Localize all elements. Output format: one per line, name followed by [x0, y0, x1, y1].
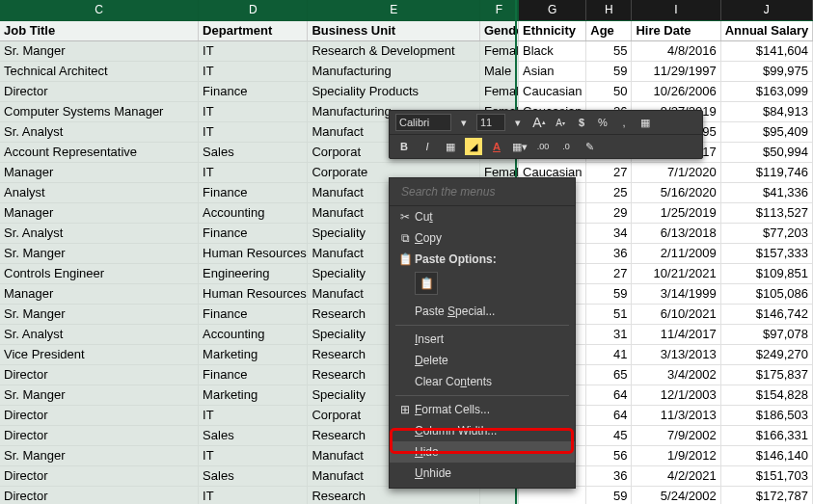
menu-search[interactable] — [390, 178, 575, 206]
cell-hireDate[interactable]: 4/2/2021 — [632, 465, 720, 486]
cell-annualSalary[interactable]: $186,503 — [720, 405, 812, 425]
cell-annualSalary[interactable]: $95,409 — [720, 121, 812, 142]
header-annualsalary[interactable]: Annual Salary — [720, 20, 812, 40]
cell-jobTitle[interactable]: Director — [0, 486, 199, 504]
paste-option-default[interactable]: 📋 — [415, 272, 438, 295]
cell-annualSalary[interactable]: $166,331 — [720, 425, 812, 445]
menu-insert[interactable]: Insert — [390, 329, 575, 350]
size-dropdown-icon[interactable]: ▾ — [509, 114, 527, 131]
menu-unhide[interactable]: Unhide — [390, 463, 575, 484]
menu-cut[interactable]: ✂ Cut — [390, 206, 575, 227]
cell-age[interactable]: 45 — [586, 425, 632, 445]
cell-age[interactable]: 59 — [586, 283, 632, 304]
cell-jobTitle[interactable]: Director — [0, 81, 199, 101]
cell-age[interactable]: 36 — [586, 465, 632, 486]
cell-jobTitle[interactable]: Manager — [0, 162, 199, 182]
menu-column-width[interactable]: Column Width... — [390, 420, 575, 441]
table-row[interactable]: Sr. MangerITResearch & DevelopmentFemale… — [0, 40, 813, 61]
cell-department[interactable]: Human Resources — [199, 283, 308, 304]
cell-annualSalary[interactable]: $109,851 — [720, 263, 812, 283]
currency-format-icon[interactable]: $ — [573, 114, 590, 131]
cell-age[interactable]: 31 — [586, 324, 632, 344]
cell-jobTitle[interactable]: Sr. Manger — [0, 445, 199, 465]
cell-age[interactable]: 27 — [586, 162, 632, 182]
cell-jobTitle[interactable]: Computer Systems Manager — [0, 101, 199, 121]
cell-jobTitle[interactable]: Director — [0, 405, 199, 425]
col-header-C[interactable]: C — [0, 0, 199, 20]
cell-hireDate[interactable]: 1/25/2019 — [632, 202, 720, 223]
cell-annualSalary[interactable]: $77,203 — [720, 223, 812, 243]
cell-hireDate[interactable]: 4/8/2016 — [632, 40, 720, 61]
header-hiredate[interactable]: Hire Date — [632, 20, 720, 40]
cell-ethnicity[interactable]: Asian — [519, 61, 586, 81]
cell-hireDate[interactable]: 10/21/2021 — [632, 263, 720, 283]
cell-annualSalary[interactable]: $41,336 — [720, 182, 812, 202]
cell-jobTitle[interactable]: Sr. Manger — [0, 243, 199, 263]
menu-paste-special[interactable]: Paste Special... — [390, 301, 575, 322]
cell-annualSalary[interactable]: $163,099 — [720, 81, 812, 101]
cell-department[interactable]: Marketing — [199, 344, 308, 364]
menu-clear-contents[interactable]: Clear Contents — [390, 371, 575, 392]
cell-department[interactable]: IT — [199, 162, 308, 182]
col-header-J[interactable]: J — [720, 0, 812, 20]
cell-age[interactable]: 27 — [586, 263, 632, 283]
borders-dropdown-icon[interactable]: ▦▾ — [511, 138, 528, 155]
font-dropdown-icon[interactable]: ▾ — [455, 114, 473, 131]
cell-hireDate[interactable]: 5/24/2002 — [632, 486, 720, 504]
cell-jobTitle[interactable]: Sr. Analyst — [0, 121, 199, 142]
cell-department[interactable]: Human Resources — [199, 243, 308, 263]
cell-annualSalary[interactable]: $84,913 — [720, 101, 812, 121]
cell-annualSalary[interactable]: $119,746 — [720, 162, 812, 182]
menu-delete[interactable]: Delete — [390, 350, 575, 371]
header-businessunit[interactable]: Business Unit — [308, 20, 480, 40]
cell-annualSalary[interactable]: $157,333 — [720, 243, 812, 263]
italic-icon[interactable]: I — [419, 138, 436, 155]
cell-jobTitle[interactable]: Manager — [0, 283, 199, 304]
table-row[interactable]: DirectorFinanceSpeciality ProductsFemale… — [0, 81, 813, 101]
cell-hireDate[interactable]: 5/16/2020 — [632, 182, 720, 202]
font-size-input[interactable] — [476, 114, 505, 131]
cell-department[interactable]: Accounting — [199, 324, 308, 344]
header-jobtitle[interactable]: Job Title — [0, 20, 199, 40]
cell-jobTitle[interactable]: Sr. Manger — [0, 304, 199, 324]
cell-gender[interactable]: Male — [479, 61, 518, 81]
cell-businessUnit[interactable]: Research & Development — [308, 40, 480, 61]
cell-department[interactable]: Engineering — [199, 263, 308, 283]
cell-department[interactable]: Finance — [199, 223, 308, 243]
cell-hireDate[interactable]: 11/29/1997 — [632, 61, 720, 81]
decrease-decimal-icon[interactable]: .0 — [557, 138, 575, 155]
cell-age[interactable]: 29 — [586, 202, 632, 223]
cell-department[interactable]: Finance — [199, 182, 308, 202]
decrease-font-icon[interactable]: A▾ — [552, 114, 569, 131]
cell-age[interactable]: 59 — [586, 61, 632, 81]
cell-age[interactable]: 56 — [586, 445, 632, 465]
cell-jobTitle[interactable]: Sr. Manger — [0, 385, 199, 405]
cell-hireDate[interactable]: 2/11/2009 — [632, 243, 720, 263]
cell-department[interactable]: Sales — [199, 142, 308, 162]
cell-age[interactable]: 34 — [586, 223, 632, 243]
cell-ethnicity[interactable]: Caucasian — [519, 81, 586, 101]
cell-jobTitle[interactable]: Director — [0, 425, 199, 445]
increase-decimal-icon[interactable]: .00 — [534, 138, 552, 155]
cell-jobTitle[interactable]: Technical Architect — [0, 61, 199, 81]
header-department[interactable]: Department — [199, 20, 308, 40]
cell-department[interactable]: Sales — [199, 465, 308, 486]
cell-gender[interactable]: Female — [479, 40, 518, 61]
header-age[interactable]: Age — [586, 20, 632, 40]
cell-jobTitle[interactable]: Sr. Analyst — [0, 324, 199, 344]
col-header-H[interactable]: H — [586, 0, 632, 20]
cell-jobTitle[interactable]: Sr. Analyst — [0, 223, 199, 243]
cell-jobTitle[interactable]: Director — [0, 364, 199, 385]
cell-department[interactable]: IT — [199, 101, 308, 121]
cell-annualSalary[interactable]: $146,742 — [720, 304, 812, 324]
cell-hireDate[interactable]: 7/9/2002 — [632, 425, 720, 445]
cell-age[interactable]: 25 — [586, 182, 632, 202]
cell-age[interactable]: 64 — [586, 385, 632, 405]
cell-jobTitle[interactable]: Manager — [0, 202, 199, 223]
header-gender[interactable]: Gender — [479, 20, 518, 40]
cell-businessUnit[interactable]: Speciality Products — [308, 81, 480, 101]
cell-jobTitle[interactable]: Controls Engineer — [0, 263, 199, 283]
cell-hireDate[interactable]: 3/4/2002 — [632, 364, 720, 385]
percent-format-icon[interactable]: % — [594, 114, 611, 131]
fill-color-icon[interactable]: ◢ — [465, 138, 482, 155]
